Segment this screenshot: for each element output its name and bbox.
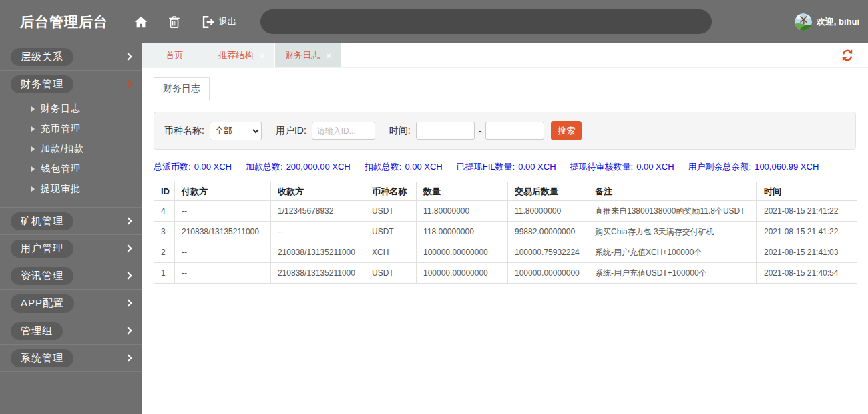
app-title: 后台管理后台 xyxy=(20,13,126,31)
sidebar-item-news[interactable]: 资讯管理 xyxy=(0,262,142,289)
sidebar-subitem-finance-log[interactable]: 财务日志 xyxy=(0,99,142,119)
tab-strip: 首页推荐结构×财务日志× xyxy=(142,43,868,68)
summary-label: 加款总数: xyxy=(246,162,283,172)
time-start-input[interactable] xyxy=(416,122,475,140)
tab-label: 财务日志 xyxy=(285,49,320,61)
summary-stat: 总派币数:0.00 XCH xyxy=(154,161,232,173)
column-header: 备注 xyxy=(588,182,757,201)
table-cell: XCH xyxy=(365,242,417,263)
table-row: 3210838/13135211000--USDT118.00000000998… xyxy=(154,222,857,242)
logout-button[interactable]: 退出 xyxy=(200,15,236,29)
summary-label: 已提现FIL数量: xyxy=(457,162,515,172)
sidebar-section-admin-group: 管理组 xyxy=(0,317,142,345)
summary-stats: 总派币数:0.00 XCH加款总数:200,000.00 XCH扣款总数:0.0… xyxy=(154,161,856,173)
chevron-right-icon xyxy=(124,80,132,87)
sidebar-item-label: APP配置 xyxy=(11,294,74,313)
tab-finance-log[interactable]: 财务日志× xyxy=(275,43,341,67)
sidebar-section-miner: 矿机管理 xyxy=(0,208,142,235)
sidebar-item-label: 管理组 xyxy=(11,322,63,340)
chevron-right-icon xyxy=(124,53,132,60)
summary-label: 用户剩余总余额: xyxy=(688,162,752,172)
inner-tab-finance-log[interactable]: 财务日志 xyxy=(154,77,210,101)
table-cell: 11.80000000 xyxy=(417,201,508,222)
sidebar-item-app-config[interactable]: APP配置 xyxy=(0,290,142,317)
table-cell: 1 xyxy=(154,263,175,284)
sidebar-subitem-label: 充币管理 xyxy=(41,123,81,135)
table-cell: 系统-用户充值USDT+100000个 xyxy=(588,263,757,284)
tab-label: 推荐结构 xyxy=(218,49,253,61)
filter-bar: 币种名称: 全部 用户ID: 时间: - 搜索 xyxy=(154,112,856,150)
table-cell: 4 xyxy=(154,201,175,222)
chevron-right-icon xyxy=(124,327,132,334)
table-cell: USDT xyxy=(365,263,417,284)
column-header: 时间 xyxy=(757,182,857,201)
topbar-search-input[interactable] xyxy=(260,9,712,34)
summary-label: 总派币数: xyxy=(154,162,191,172)
column-header: 数量 xyxy=(417,182,508,201)
sidebar-subitem-label: 钱包管理 xyxy=(41,163,81,175)
sidebar-subitem-add-deduct[interactable]: 加款/扣款 xyxy=(0,139,142,159)
table-cell: 2 xyxy=(154,242,175,263)
sidebar-item-miner[interactable]: 矿机管理 xyxy=(0,208,142,234)
column-header: 付款方 xyxy=(175,182,271,201)
sidebar-item-hierarchy[interactable]: 层级关系 xyxy=(0,43,142,70)
close-tab-icon[interactable]: × xyxy=(326,51,331,60)
tab-referral-structure[interactable]: 推荐结构× xyxy=(208,43,274,67)
time-end-input[interactable] xyxy=(485,122,544,140)
sidebar-item-user[interactable]: 用户管理 xyxy=(0,235,142,262)
sidebar-item-label: 矿机管理 xyxy=(11,212,73,230)
sidebar-section-system: 系统管理 xyxy=(0,345,142,372)
topbar-icons: 退出 xyxy=(134,15,236,29)
user-area: 欢迎, bihui xyxy=(795,13,859,31)
table-header-row: ID付款方收款方币种名称数量交易后数量备注时间 xyxy=(154,182,857,201)
table-cell: USDT xyxy=(365,222,417,242)
table-cell: 直推来自13800138000的奖励11.8个USDT xyxy=(588,201,757,222)
home-icon[interactable] xyxy=(134,15,148,29)
logout-label: 退出 xyxy=(219,16,236,28)
tab-label: 首页 xyxy=(166,49,184,61)
column-header: ID xyxy=(154,182,175,201)
table-row: 2--210838/13135211000XCH100000.000000001… xyxy=(154,242,857,263)
table-cell: -- xyxy=(271,222,365,242)
sidebar-item-system[interactable]: 系统管理 xyxy=(0,345,142,371)
tab-home[interactable]: 首页 xyxy=(142,43,208,67)
sidebar-subitem-wallet[interactable]: 钱包管理 xyxy=(0,159,142,179)
sidebar-subitem-deposit-coin[interactable]: 充币管理 xyxy=(0,119,142,139)
trash-icon[interactable] xyxy=(167,15,182,29)
summary-value: 0.00 XCH xyxy=(405,162,442,172)
sidebar-section-hierarchy: 层级关系 xyxy=(0,43,142,71)
time-label: 时间: xyxy=(389,125,411,137)
content: 财务日志 币种名称: 全部 用户ID: 时间: - 搜索 总派币数:0.00 X… xyxy=(142,77,868,284)
sidebar-item-label: 财务管理 xyxy=(11,75,73,93)
table-cell: -- xyxy=(175,263,271,284)
summary-value: 100,060.99 XCH xyxy=(754,162,819,172)
summary-value: 0.00 XCH xyxy=(636,162,674,172)
search-button[interactable]: 搜索 xyxy=(551,121,582,140)
chevron-right-icon xyxy=(124,244,132,252)
user-id-label: 用户ID: xyxy=(276,125,306,137)
sidebar-item-admin-group[interactable]: 管理组 xyxy=(0,317,142,344)
table-cell: -- xyxy=(175,201,271,222)
user-id-input[interactable] xyxy=(312,122,375,140)
chevron-right-icon xyxy=(124,299,132,306)
chevron-right-icon xyxy=(124,272,132,279)
close-tab-icon[interactable]: × xyxy=(259,51,264,60)
caret-right-icon xyxy=(31,146,35,152)
caret-right-icon xyxy=(31,106,35,112)
tabs: 首页推荐结构×财务日志× xyxy=(142,43,342,67)
topbar: 后台管理后台 退出 xyxy=(0,0,868,43)
sidebar-subitem-label: 财务日志 xyxy=(41,103,81,115)
sidebar-item-label: 用户管理 xyxy=(11,240,73,258)
avatar[interactable] xyxy=(795,13,812,31)
caret-right-icon xyxy=(31,126,35,132)
summary-label: 提现待审核数量: xyxy=(570,162,634,172)
sidebar-item-finance[interactable]: 财务管理 xyxy=(0,71,142,97)
sidebar-subitem-label: 加款/扣款 xyxy=(41,143,84,155)
summary-stat: 加款总数:200,000.00 XCH xyxy=(246,161,351,173)
refresh-icon[interactable] xyxy=(841,49,854,62)
coin-select[interactable]: 全部 xyxy=(210,122,262,140)
logout-icon xyxy=(200,15,215,29)
caret-right-icon xyxy=(31,186,35,192)
sidebar-subitem-withdraw-approve[interactable]: 提现审批 xyxy=(0,179,142,199)
table-cell: 100000.00000000 xyxy=(417,263,508,284)
